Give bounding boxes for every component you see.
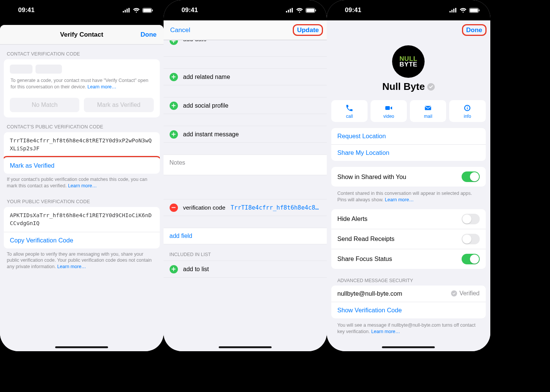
show-shared-switch[interactable] — [462, 171, 480, 182]
account-row[interactable]: nullbyte@null-byte.com Verified — [331, 286, 486, 302]
status-bar: 09:41 — [0, 0, 164, 20]
home-indicator — [382, 346, 435, 348]
section-header: CONTACT'S PUBLIC VERIFICATION CODE — [0, 117, 164, 132]
cellular-icon — [286, 8, 294, 12]
add-to-list-row[interactable]: add to list — [164, 261, 327, 278]
status-right — [450, 8, 480, 13]
minus-icon[interactable] — [170, 204, 178, 212]
svg-rect-1 — [125, 10, 126, 12]
cancel-button[interactable]: Cancel — [170, 26, 190, 34]
contact-name: Null Byte — [382, 81, 435, 93]
status-time: 09:41 — [18, 6, 34, 14]
mark-as-verified-link[interactable]: Mark as Verified — [4, 157, 160, 174]
add-date-row[interactable]: add date — [164, 40, 327, 57]
your-code-card: APKTIDsXaTrr_hf8t6h8e4cf1RET2Y0d9CHIoCiK… — [4, 207, 160, 248]
add-social-profile-row[interactable]: add social profile — [164, 97, 327, 114]
show-shared-row: Show in Shared with You — [331, 167, 486, 187]
list-section-header: INCLUDED IN LIST — [164, 244, 327, 261]
field-value[interactable]: TrrTI8e4cfrr_hf8t6h8e4c8tRE… — [231, 204, 321, 211]
notes-field[interactable]: Notes — [164, 155, 327, 175]
send-receipts-row: Send Read Receipts — [331, 229, 486, 249]
verification-code-card: To generate a code, your contact must ha… — [4, 59, 160, 117]
done-button[interactable]: Done — [141, 31, 157, 39]
copy-verification-code-link[interactable]: Copy Verification Code — [4, 232, 160, 248]
share-focus-switch[interactable] — [462, 254, 480, 264]
home-indicator — [55, 346, 108, 348]
add-field-link[interactable]: add field — [164, 228, 327, 244]
svg-rect-2 — [127, 9, 128, 12]
send-receipts-switch[interactable] — [462, 234, 480, 244]
svg-rect-19 — [470, 9, 478, 12]
learn-more-link[interactable]: Learn more… — [57, 264, 86, 269]
advanced-security-card: nullbyte@null-byte.com Verified Show Ver… — [331, 286, 486, 318]
learn-more-link[interactable]: Learn more… — [371, 329, 400, 334]
add-related-name-row[interactable]: add related name — [164, 69, 327, 85]
svg-rect-0 — [123, 11, 124, 12]
status-right — [286, 8, 316, 13]
share-location-link[interactable]: Share My Location — [331, 144, 486, 161]
svg-rect-6 — [152, 9, 153, 11]
status-bar: 09:41 — [164, 0, 327, 20]
status-time: 09:41 — [345, 6, 361, 14]
plus-icon — [170, 265, 178, 273]
battery-icon — [142, 8, 153, 13]
home-indicator — [219, 346, 272, 348]
info-action[interactable]: info — [449, 100, 485, 122]
location-card: Request Location Share My Location — [331, 128, 486, 161]
battery-icon — [306, 8, 316, 13]
phone-icon — [345, 103, 354, 113]
svg-rect-3 — [128, 8, 130, 12]
verified-check-icon — [451, 290, 457, 296]
mark-verified-button-disabled[interactable]: Mark as Verified — [84, 98, 153, 112]
svg-rect-12 — [306, 9, 314, 12]
contact-code-card: TrrTI8e4cfrr_hf8t6h8e4c8tRET2Y0d9xP2wPoN… — [4, 132, 160, 174]
share-focus-row: Share Focus Status — [331, 249, 486, 269]
svg-rect-8 — [288, 10, 289, 12]
svg-rect-9 — [290, 9, 291, 12]
learn-more-link[interactable]: Learn more… — [385, 197, 414, 202]
wifi-icon — [133, 8, 140, 13]
cellular-icon — [450, 8, 457, 12]
status-right — [123, 8, 153, 13]
section-header: YOUR PUBLIC VERIFICATION CODE — [0, 192, 164, 207]
hide-alerts-row: Hide Alerts — [331, 209, 486, 229]
navbar-contact: Done — [327, 20, 490, 40]
navbar-verify: Verify Contact Done — [0, 25, 164, 45]
status-bar: 09:41 — [327, 0, 490, 20]
learn-more-link[interactable]: Learn more… — [68, 183, 97, 188]
section-footer: Content shared in this conversation will… — [331, 188, 486, 204]
info-icon — [463, 103, 471, 113]
field-key: verification code — [183, 204, 226, 211]
svg-rect-26 — [467, 108, 468, 110]
your-public-code: APKTIDsXaTrr_hf8t6h8e4cf1RET2Y0d9CHIoCiK… — [4, 207, 160, 232]
svg-rect-7 — [286, 11, 287, 12]
section-footer: To allow people to verify they are messa… — [0, 248, 164, 273]
svg-rect-22 — [425, 106, 431, 110]
mail-action[interactable]: mail — [410, 100, 446, 122]
svg-rect-15 — [451, 10, 453, 12]
learn-more-link[interactable]: Learn more… — [88, 84, 116, 90]
svg-rect-20 — [479, 9, 479, 11]
section-header: ADVANCED MESSAGE SECURITY — [331, 275, 486, 286]
status-time: 09:41 — [182, 6, 198, 14]
no-match-button[interactable]: No Match — [10, 98, 79, 112]
cellular-icon — [123, 8, 130, 12]
svg-rect-14 — [450, 11, 451, 12]
avatar[interactable]: NULLBYTE — [392, 45, 425, 78]
update-button[interactable]: Update — [296, 26, 320, 34]
action-grid: call video mail info — [327, 95, 490, 128]
show-verification-code-link[interactable]: Show Verification Code — [331, 302, 486, 318]
hide-alerts-switch[interactable] — [462, 214, 480, 224]
wifi-icon — [296, 8, 303, 13]
page-title: Verify Contact — [0, 31, 164, 39]
call-action[interactable]: call — [331, 100, 368, 122]
svg-rect-10 — [292, 8, 293, 12]
shared-with-you-card: Show in Shared with You — [331, 167, 486, 187]
contact-public-code: TrrTI8e4cfrr_hf8t6h8e4c8tRET2Y0d9xP2wPoN… — [4, 132, 160, 157]
request-location-link[interactable]: Request Location — [331, 128, 486, 144]
svg-rect-5 — [143, 9, 151, 12]
add-instant-message-row[interactable]: add instant message — [164, 126, 327, 143]
done-button[interactable]: Done — [465, 26, 484, 34]
verification-code-row[interactable]: verification code TrrTI8e4cfrr_hf8t6h8e4… — [164, 199, 327, 216]
video-action[interactable]: video — [371, 100, 407, 122]
